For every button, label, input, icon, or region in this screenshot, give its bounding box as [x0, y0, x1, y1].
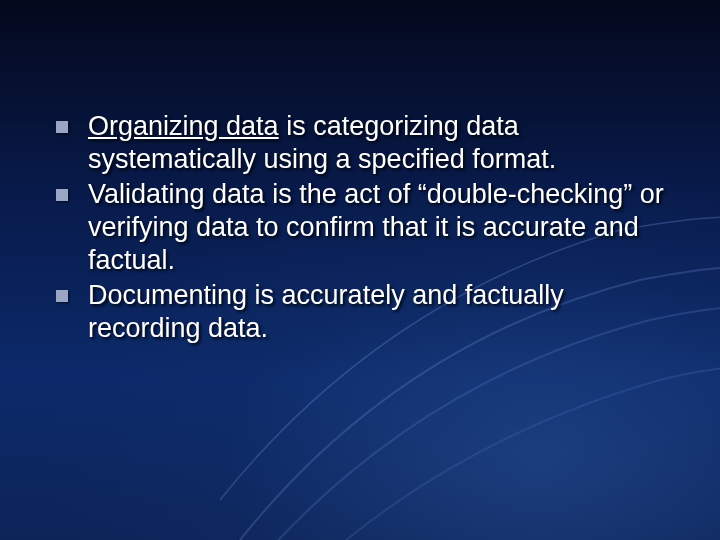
bullet-lead-underlined: Organizing data	[88, 111, 279, 141]
bullet-list: Organizing data is categorizing data sys…	[56, 110, 680, 347]
slide: Organizing data is categorizing data sys…	[0, 0, 720, 540]
square-bullet-icon	[56, 290, 68, 302]
list-item: Organizing data is categorizing data sys…	[56, 110, 680, 176]
bullet-text: Validating data is the act of “double-ch…	[88, 179, 664, 275]
square-bullet-icon	[56, 121, 68, 133]
square-bullet-icon	[56, 189, 68, 201]
list-item: Validating data is the act of “double-ch…	[56, 178, 680, 277]
bullet-text: Documenting is accurately and factually …	[88, 280, 564, 343]
list-item: Documenting is accurately and factually …	[56, 279, 680, 345]
